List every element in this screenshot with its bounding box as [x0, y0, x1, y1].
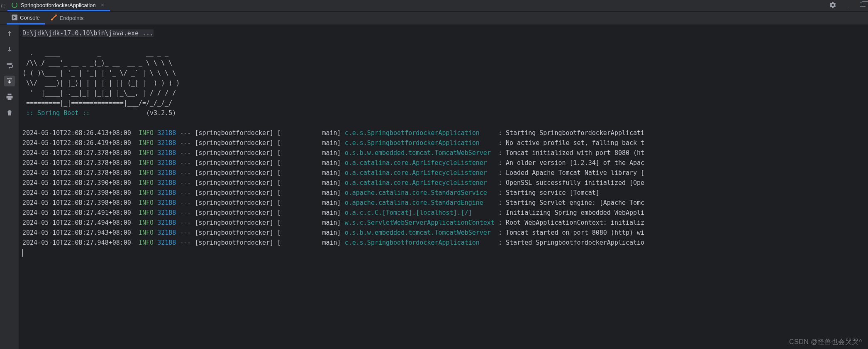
minimize-icon[interactable]: [841, 2, 856, 9]
console-output[interactable]: D:\jdk\jdk-17.0.10\bin\java.exe ... . __…: [19, 25, 868, 349]
console-line: 2024-05-10T22:08:27.948+08:00 INFO 32188…: [19, 238, 868, 248]
console-line: [19, 248, 868, 258]
scroll-to-end-button[interactable]: [4, 76, 15, 86]
sub-tab-bar: Console Endpoints: [0, 12, 868, 25]
console-line: 2024-05-10T22:08:27.398+08:00 INFO 32188…: [19, 188, 868, 198]
console-line: 2024-05-10T22:08:27.390+08:00 INFO 32188…: [19, 178, 868, 188]
scroll-up-button[interactable]: [4, 28, 15, 39]
console-line: =========|_|==============|___/=/_/_/_/: [19, 98, 868, 108]
restore-icon[interactable]: [860, 2, 866, 7]
console-toolbar: [0, 25, 19, 349]
console-line: 2024-05-10T22:08:27.398+08:00 INFO 32188…: [19, 198, 868, 208]
tab-endpoints[interactable]: Endpoints: [46, 12, 89, 25]
tab-console[interactable]: Console: [7, 12, 45, 25]
console-line: [19, 118, 868, 128]
endpoints-icon: [51, 14, 57, 22]
console-line: [19, 38, 868, 48]
run-config-tab[interactable]: SpringbootfordockerApplication ×: [7, 0, 110, 11]
console-line: . ____ _ __ _ _: [19, 48, 868, 58]
run-tab-bar: n: SpringbootfordockerApplication ×: [0, 0, 868, 12]
watermark: CSDN @怪兽也会哭哭^: [789, 338, 862, 347]
console-line: 2024-05-10T22:08:27.943+08:00 INFO 32188…: [19, 228, 868, 238]
console-icon: [12, 15, 17, 20]
scroll-down-button[interactable]: [4, 44, 15, 55]
console-line: D:\jdk\jdk-17.0.10\bin\java.exe ...: [19, 28, 868, 38]
print-button[interactable]: [4, 91, 15, 102]
console-line: 2024-05-10T22:08:27.378+08:00 INFO 32188…: [19, 158, 868, 168]
console-line: 2024-05-10T22:08:27.378+08:00 INFO 32188…: [19, 148, 868, 158]
panel-prefix: n:: [0, 3, 7, 9]
console-line: 2024-05-10T22:08:26.413+08:00 INFO 32188…: [19, 128, 868, 138]
console-line: ( ( )\___ | '_ | '_| | '_ \/ _` | \ \ \ …: [19, 68, 868, 78]
settings-icon[interactable]: [825, 1, 841, 10]
soft-wrap-button[interactable]: [4, 60, 15, 71]
console-line: ' |____| .__|_| |_|_| |_\__, | / / / /: [19, 88, 868, 98]
console-line: 2024-05-10T22:08:27.378+08:00 INFO 32188…: [19, 168, 868, 178]
console-line: \\/ ___)| |_)| | | | | || (_| | ) ) ) ): [19, 78, 868, 88]
clear-button[interactable]: [4, 107, 15, 118]
run-config-title: SpringbootfordockerApplication: [21, 2, 96, 8]
console-line: 2024-05-10T22:08:27.491+08:00 INFO 32188…: [19, 208, 868, 218]
close-tab-icon[interactable]: ×: [99, 2, 106, 8]
tab-console-label: Console: [20, 15, 40, 21]
running-spinner-icon: [12, 2, 17, 8]
console-line: :: Spring Boot :: (v3.2.5): [19, 108, 868, 118]
console-line: /\\ / ___'_ __ _ _(_)_ __ __ _ \ \ \ \: [19, 58, 868, 68]
tab-endpoints-label: Endpoints: [60, 15, 84, 21]
console-line: 2024-05-10T22:08:26.419+08:00 INFO 32188…: [19, 138, 868, 148]
console-line: 2024-05-10T22:08:27.494+08:00 INFO 32188…: [19, 218, 868, 228]
